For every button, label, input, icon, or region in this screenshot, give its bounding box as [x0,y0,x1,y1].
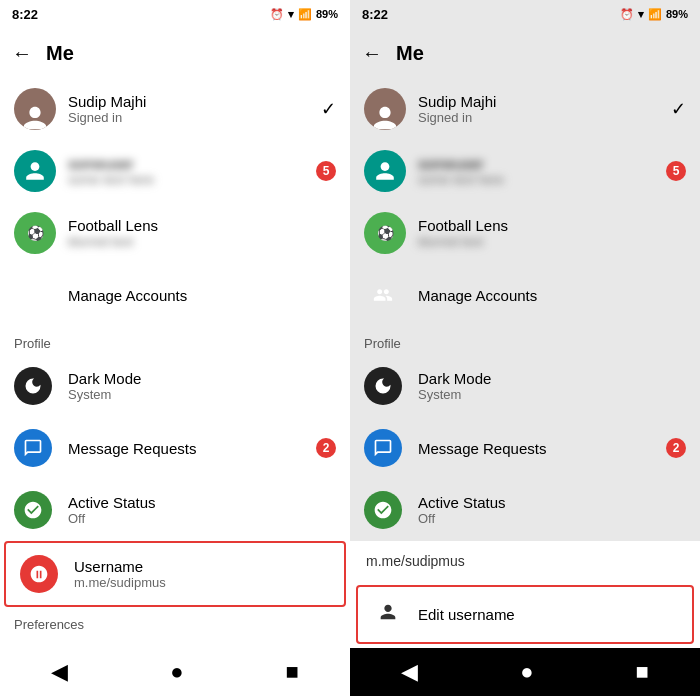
dark-mode-item[interactable]: Dark Mode System [0,355,350,417]
right-account-list: Sudip Majhi Signed in ✓ someuser some te… [350,78,700,648]
left-profile-section: Profile [0,326,350,355]
right-account-info-sudip: Sudip Majhi Signed in [418,93,659,125]
right-account-info-football: Football Lens blurred text [418,217,686,249]
manage-accounts-item[interactable]: Manage Accounts [0,264,350,326]
right-account-item-sudip[interactable]: Sudip Majhi Signed in ✓ [350,78,700,140]
right-active-status-sub: Off [418,511,686,526]
dark-mode-icon [14,367,52,405]
account-sub-football: blurred text [68,234,336,249]
right-back-nav-btn[interactable]: ◀ [401,659,418,685]
left-account-list: Sudip Majhi Signed in ✓ someuser some te… [0,78,350,648]
message-requests-label: Message Requests [68,440,300,457]
signal-icon: 📶 [298,8,312,21]
right-status-icons: ⏰ ▾ 📶 89% [620,8,688,21]
right-status-bar: 8:22 ⏰ ▾ 📶 89% [350,0,700,28]
left-panel: 8:22 ⏰ ▾ 📶 89% ← Me Sudip Majhi Signed i… [0,0,350,696]
right-active-status-item[interactable]: Active Status Off [350,479,700,541]
account-info-sudip: Sudip Majhi Signed in [68,93,309,125]
right-account-item-blurred[interactable]: someuser some text here 5 [350,140,700,202]
username-icon [20,555,58,593]
account-name-football: Football Lens [68,217,336,234]
edit-username-item[interactable]: Edit username [356,585,694,644]
right-account-sub-sudip: Signed in [418,110,659,125]
manage-accounts-text: Manage Accounts [68,287,336,304]
context-menu-section: m.me/sudipmus Edit username Copy link [350,541,700,648]
right-dark-mode-icon [364,367,402,405]
right-message-requests-text: Message Requests [418,440,650,457]
notifications-item[interactable]: Notifications & Sounds [0,636,350,648]
message-requests-badge: 2 [316,438,336,458]
right-dark-mode-item[interactable]: Dark Mode System [350,355,700,417]
avatar-sudip [14,88,56,130]
right-recents-nav-btn[interactable]: ■ [636,659,649,685]
right-manage-accounts-label: Manage Accounts [418,287,686,304]
right-dark-mode-label: Dark Mode [418,370,686,387]
right-avatar-football: ⚽ [364,212,406,254]
right-account-name-football: Football Lens [418,217,686,234]
dark-mode-label: Dark Mode [68,370,336,387]
right-page-title: Me [396,42,424,65]
active-status-label: Active Status [68,494,336,511]
left-page-title: Me [46,42,74,65]
right-avatar-sudip [364,88,406,130]
account-item-sudip[interactable]: Sudip Majhi Signed in ✓ [0,78,350,140]
message-requests-icon [14,429,52,467]
message-requests-item[interactable]: Message Requests 2 [0,417,350,479]
right-panel: 8:22 ⏰ ▾ 📶 89% ← Me Sudip Majhi Signed i… [350,0,700,696]
left-top-bar: ← Me [0,28,350,78]
back-button[interactable]: ← [12,42,32,65]
username-sub: m.me/sudipmus [74,575,330,590]
right-avatar-blurred [364,150,406,192]
active-status-text: Active Status Off [68,494,336,526]
right-account-info-blurred: someuser some text here [418,155,654,187]
home-nav-btn[interactable]: ● [170,659,183,685]
account-sub-blurred1: some text here [68,172,304,187]
right-bottom-nav: ◀ ● ■ [350,648,700,696]
right-dark-mode-text: Dark Mode System [418,370,686,402]
right-message-requests-badge: 2 [666,438,686,458]
right-time: 8:22 [362,7,388,22]
account-item-blurred1[interactable]: someuser some text here 5 [0,140,350,202]
username-item[interactable]: Username m.me/sudipmus [4,541,346,607]
account-name-blurred1: someuser [68,155,304,172]
right-manage-accounts-item[interactable]: Manage Accounts [350,264,700,326]
right-dark-mode-sub: System [418,387,686,402]
right-back-button[interactable]: ← [362,42,382,65]
person-icon [374,601,402,628]
wifi-icon-r: ▾ [638,8,644,21]
username-text: Username m.me/sudipmus [74,558,330,590]
right-home-nav-btn[interactable]: ● [520,659,533,685]
signal-icon-r: 📶 [648,8,662,21]
right-manage-accounts-icon [364,276,402,314]
left-status-icons: ⏰ ▾ 📶 89% [270,8,338,21]
manage-accounts-label: Manage Accounts [68,287,336,304]
left-bottom-nav: ◀ ● ■ [0,648,350,696]
alarm-icon: ⏰ [270,8,284,21]
badge-blurred1: 5 [316,161,336,181]
right-active-status-icon [364,491,402,529]
dark-mode-text: Dark Mode System [68,370,336,402]
wifi-icon: ▾ [288,8,294,21]
edit-username-label: Edit username [418,606,515,623]
battery-text-r: 89% [666,8,688,20]
recents-nav-btn[interactable]: ■ [286,659,299,685]
account-name-sudip: Sudip Majhi [68,93,309,110]
right-message-requests-label: Message Requests [418,440,650,457]
active-status-icon [14,491,52,529]
left-status-bar: 8:22 ⏰ ▾ 📶 89% [0,0,350,28]
right-account-name-sudip: Sudip Majhi [418,93,659,110]
manage-accounts-icon [14,276,52,314]
active-status-item[interactable]: Active Status Off [0,479,350,541]
alarm-icon-r: ⏰ [620,8,634,21]
back-nav-btn[interactable]: ◀ [51,659,68,685]
account-item-football[interactable]: ⚽ Football Lens blurred text [0,202,350,264]
right-message-requests-item[interactable]: Message Requests 2 [350,417,700,479]
right-account-sub-football: blurred text [418,234,686,249]
right-manage-accounts-text: Manage Accounts [418,287,686,304]
right-badge-blurred: 5 [666,161,686,181]
right-account-item-football[interactable]: ⚽ Football Lens blurred text [350,202,700,264]
account-info-football: Football Lens blurred text [68,217,336,249]
right-active-status-label: Active Status [418,494,686,511]
username-display: m.me/sudipmus [350,541,700,581]
right-check-icon: ✓ [671,98,686,120]
